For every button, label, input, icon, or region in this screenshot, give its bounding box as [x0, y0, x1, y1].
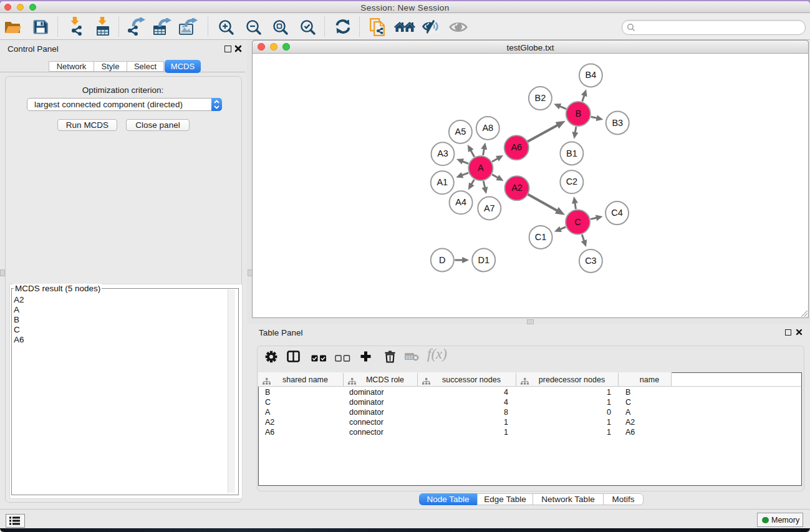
svg-text:D1: D1: [478, 255, 489, 265]
svg-text:C1: C1: [535, 232, 547, 242]
svg-text:A1: A1: [436, 177, 448, 187]
svg-text:B1: B1: [566, 148, 577, 158]
svg-text:A8: A8: [482, 123, 493, 133]
svg-text:B2: B2: [535, 93, 546, 103]
svg-text:A7: A7: [484, 203, 495, 213]
svg-text:C4: C4: [611, 208, 623, 218]
svg-text:A5: A5: [455, 127, 466, 137]
svg-text:A4: A4: [455, 197, 466, 207]
svg-text:B: B: [575, 109, 581, 118]
svg-text:C3: C3: [585, 256, 597, 266]
svg-text:C2: C2: [566, 177, 578, 186]
svg-text:A6: A6: [511, 142, 522, 152]
svg-text:A: A: [478, 163, 484, 173]
svg-text:A2: A2: [511, 183, 523, 193]
svg-text:A3: A3: [437, 148, 448, 158]
svg-text:D: D: [439, 255, 445, 265]
svg-text:C: C: [574, 217, 581, 227]
svg-text:B3: B3: [612, 118, 623, 128]
svg-text:B4: B4: [586, 70, 597, 80]
